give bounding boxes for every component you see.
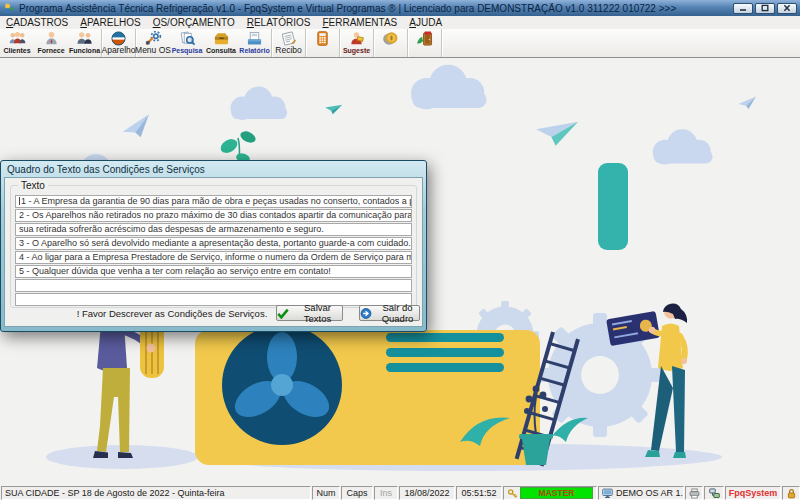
window-titlebar[interactable]: Programa Assistência Técnica Refrigeraçã… [0,0,800,16]
application-window: { "window": { "title": "Programa Assistê… [0,0,800,500]
paper-plane-icon [324,102,342,116]
toolbar-button-calculadora[interactable] [306,29,340,57]
report-icon [244,31,265,46]
service-text-field-3[interactable]: 3 - O Aparelho só será devolvido mediant… [15,237,412,250]
dialog-body: Texto 1 - A Empresa da garantia de 90 di… [4,177,423,327]
air-conditioner [195,325,540,465]
user-badge: MASTER [520,487,593,499]
status-user: MASTER [503,486,597,500]
service-text-field-5[interactable]: 5 - Qualquer dúvida que venha a ter com … [15,265,412,278]
service-text-field-2[interactable]: sua retirada sofrerão acréscimo das desp… [15,223,412,236]
menu-bar: CADASTROSAPARELHOSOS/ORÇAMENTORELATÓRIOS… [0,16,800,30]
key-icon [507,488,518,499]
maximize-icon [760,4,770,12]
device-icon [108,31,129,46]
search-docs-icon [177,31,198,46]
minimize-button[interactable] [733,3,753,14]
service-text-field-6[interactable] [15,279,412,292]
status-caps-lock: Caps [341,486,373,500]
printer-icon [689,488,700,499]
menu-item-ferramentas[interactable]: FERRAMENTAS [316,17,403,28]
toolbar-button-pesquisa[interactable]: Pesquisa [170,29,204,57]
exit-dialog-button[interactable]: Sair do Quadro [359,305,420,321]
status-printer [685,486,703,500]
exit-door-icon [414,31,435,46]
arrow-circle-icon [360,308,372,319]
toolbar-button-moeda[interactable] [374,29,408,57]
dialog-titlebar[interactable]: Quadro do Texto das Condições de Serviço… [4,161,423,177]
network-icon [709,488,720,499]
calculator-icon [312,31,333,46]
minimize-icon [738,4,748,12]
toolbar-button-aparelho[interactable]: Aparelho [102,29,136,57]
menu-item-cadastros[interactable]: CADASTROS [0,17,74,28]
dialog-title: Quadro do Texto das Condições de Serviço… [7,164,205,175]
menu-item-os-orcamento[interactable]: OS/ORÇAMENTO [147,17,241,28]
maximize-button[interactable] [755,3,775,14]
main-workspace: Quadro do Texto das Condições de Serviço… [0,58,800,486]
service-text-field-0[interactable]: 1 - A Empresa da garantia de 90 dias par… [15,195,412,208]
toolbar-button-clientes[interactable]: Clientes [0,29,34,57]
service-text-field-1[interactable]: 2 - Os Aparelhos não retirados no prazo … [15,209,412,222]
cloud [653,129,713,164]
teal-panel [598,163,628,250]
status-date: 18/08/2022 [399,486,455,500]
supplier-icon [41,31,62,46]
status-bar: SUA CIDADE - SP 18 de Agosto de 2022 - Q… [0,486,800,500]
dialog-footer: ! Favor Descrever as Condições de Serviç… [5,305,422,322]
toolbar-button-sair[interactable] [408,29,442,57]
toolbar-button-recibo[interactable]: Recibo [272,29,306,57]
toolbar-button-menu-os[interactable]: Menu OS [136,29,170,57]
status-num-lock: Num [312,486,340,500]
toolbar: Clientes Fornece Funciona Aparelho Menu … [0,29,800,58]
paper-plane-icon [534,116,578,148]
support-icon [346,31,367,46]
status-network [704,486,724,500]
window-title: Programa Assistência Técnica Refrigeraçã… [19,3,733,14]
cloud [231,87,288,120]
toolbar-button-fornece[interactable]: Fornece [34,29,68,57]
lock-icon [786,488,797,499]
status-lock [782,486,800,500]
toolbar-button-consulta[interactable]: Consulta [204,29,238,57]
menu-item-aparelhos[interactable]: APARELHOS [74,17,146,28]
dialog-hint: ! Favor Descrever as Condições de Serviç… [67,308,277,319]
status-brand: FpqSystem [725,486,781,500]
drawer-icon [211,31,232,46]
groupbox-label: Texto [18,180,48,191]
paper-plane-icon [738,96,757,110]
status-insert: Ins [374,486,398,500]
employee-icon [74,31,95,46]
status-time: 05:51:52 [456,486,502,500]
texto-groupbox: Texto 1 - A Empresa da garantia de 90 di… [10,185,417,308]
close-icon [782,4,792,12]
app-icon [3,2,15,14]
cloud [411,65,487,109]
conditions-dialog: Quadro do Texto das Condições de Serviço… [0,160,427,332]
monitor-icon [602,488,613,499]
coin-icon [380,31,401,46]
paper-plane-icon [120,114,154,141]
service-order-icon [143,31,164,46]
clients-icon [7,31,28,46]
save-texts-button[interactable]: Salvar Textos [276,305,343,321]
service-text-lines: 1 - A Empresa da garantia de 90 dias par… [15,195,412,307]
service-text-field-4[interactable]: 4 - Ao ligar para a Empresa Prestadore d… [15,251,412,264]
status-location: SUA CIDADE - SP 18 de Agosto de 2022 - Q… [1,486,311,500]
check-icon [277,308,289,319]
toolbar-button-sugeste[interactable]: Sugeste [340,29,374,57]
status-product: DEMO OS AR 1.0 [598,486,684,500]
toolbar-button-relatorio[interactable]: Relatório [238,29,272,57]
menu-item-relatorios[interactable]: RELATÓRIOS [241,17,317,28]
close-button[interactable] [777,3,797,14]
receipt-icon [278,31,299,46]
menu-item-ajuda[interactable]: AJUDA [403,17,448,28]
toolbar-button-funciona[interactable]: Funciona [68,29,102,57]
